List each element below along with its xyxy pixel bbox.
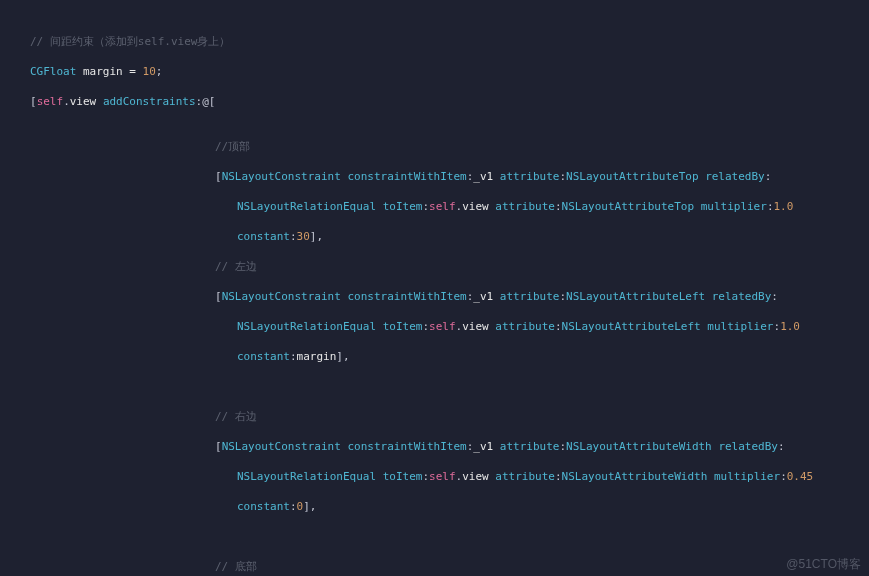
code-editor[interactable]: // 间距约束（添加到self.view身上） CGFloat margin =… [0,0,869,576]
code-line: constant:0], [0,499,869,514]
code-line: [NSLayoutConstraint constraintWithItem:_… [0,289,869,304]
blank-line [0,529,869,544]
code-line: NSLayoutRelationEqual toItem:self.view a… [0,469,869,484]
code-line: NSLayoutRelationEqual toItem:self.view a… [0,319,869,334]
code-line: [NSLayoutConstraint constraintWithItem:_… [0,439,869,454]
code-line: [NSLayoutConstraint constraintWithItem:_… [0,169,869,184]
code-line: // 左边 [0,259,869,274]
code-line: constant:30], [0,229,869,244]
watermark-text: @51CTO博客 [786,557,861,572]
code-line: // 底部 [0,559,869,574]
blank-line [0,379,869,394]
code-line: CGFloat margin = 10; [0,64,869,79]
code-line: // 右边 [0,409,869,424]
comment: // 间距约束（添加到self.view身上） [30,35,230,48]
code-line: //顶部 [0,139,869,154]
code-line: NSLayoutRelationEqual toItem:self.view a… [0,199,869,214]
code-line: constant:margin], [0,349,869,364]
code-line: // 间距约束（添加到self.view身上） [0,34,869,49]
code-line: [self.view addConstraints:@[ [0,94,869,109]
